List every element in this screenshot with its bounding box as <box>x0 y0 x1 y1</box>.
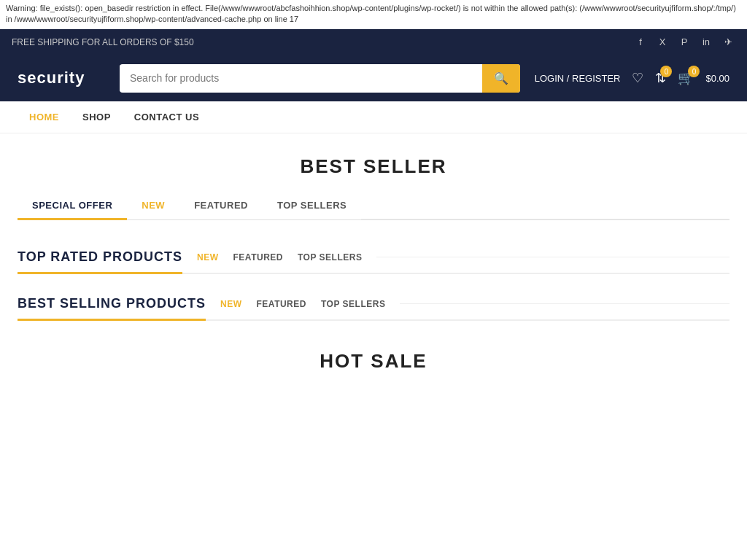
cart-total: $0.00 <box>705 73 729 84</box>
top-rated-header: TOP RATED PRODUCTS NEW FEATURED TOP SELL… <box>18 249 729 274</box>
telegram-icon[interactable]: ✈ <box>721 35 735 50</box>
best-selling-header: BEST SELLING PRODUCTS NEW FEATURED TOP S… <box>18 296 729 321</box>
best-seller-title: BEST SELLER <box>18 155 729 178</box>
wishlist-icon[interactable]: ♡ <box>632 70 643 86</box>
linkedin-icon[interactable]: in <box>699 35 713 50</box>
top-rated-tab-featured[interactable]: FEATURED <box>233 249 283 265</box>
top-rated-divider <box>376 257 729 257</box>
twitter-icon[interactable]: X <box>655 35 670 50</box>
search-button[interactable]: 🔍 <box>482 64 520 93</box>
tab-new[interactable]: NEW <box>127 192 179 220</box>
best-selling-tab-featured[interactable]: FEATURED <box>257 296 306 312</box>
main-content: BEST SELLER SPECIAL OFFER NEW FEATURED T… <box>0 133 747 416</box>
best-selling-tab-new[interactable]: NEW <box>220 296 242 312</box>
login-register-link[interactable]: LOGIN / REGISTER <box>535 73 621 84</box>
main-nav: HOME SHOP CONTACT US <box>0 101 747 133</box>
best-seller-tab-bar: SPECIAL OFFER NEW FEATURED TOP SELLERS <box>18 192 729 220</box>
logo: security <box>18 69 105 88</box>
best-selling-tab-top-sellers[interactable]: TOP SELLERS <box>321 296 385 312</box>
top-rated-section: TOP RATED PRODUCTS NEW FEATURED TOP SELL… <box>18 249 729 274</box>
top-rated-tab-new[interactable]: NEW <box>197 249 219 265</box>
error-message: Warning: file_exists(): open_basedir res… <box>6 4 736 23</box>
hot-sale-title: HOT SALE <box>18 350 729 373</box>
top-rated-title: TOP RATED PRODUCTS <box>18 249 182 274</box>
best-selling-divider <box>400 303 729 304</box>
error-bar: Warning: file_exists(): open_basedir res… <box>0 0 747 29</box>
header-actions: LOGIN / REGISTER ♡ ⇅ 0 🛒 0 $0.00 <box>535 70 729 86</box>
header: security 🔍 LOGIN / REGISTER ♡ ⇅ 0 🛒 0 $0… <box>0 55 747 101</box>
tab-featured[interactable]: FEATURED <box>179 192 263 220</box>
hot-sale-section: HOT SALE <box>18 350 729 373</box>
top-info-bar: FREE SHIPPING FOR ALL ORDERS OF $150 f X… <box>0 29 747 55</box>
tab-top-sellers[interactable]: TOP SELLERS <box>263 192 361 220</box>
cart-icon[interactable]: 🛒 0 <box>678 70 694 86</box>
search-input[interactable] <box>120 65 482 91</box>
social-icons: f X P in ✈ <box>633 35 735 50</box>
tab-divider <box>361 219 729 219</box>
compare-badge: 0 <box>660 66 672 77</box>
pinterest-icon[interactable]: P <box>677 35 692 50</box>
best-selling-title: BEST SELLING PRODUCTS <box>18 296 206 321</box>
nav-contact[interactable]: CONTACT US <box>123 101 211 133</box>
nav-shop[interactable]: SHOP <box>71 101 123 133</box>
tab-special-offer[interactable]: SPECIAL OFFER <box>18 192 127 220</box>
best-selling-section: BEST SELLING PRODUCTS NEW FEATURED TOP S… <box>18 296 729 321</box>
compare-icon[interactable]: ⇅ 0 <box>655 70 666 86</box>
top-rated-tab-top-sellers[interactable]: TOP SELLERS <box>298 249 362 265</box>
best-seller-section: BEST SELLER SPECIAL OFFER NEW FEATURED T… <box>18 155 729 220</box>
shipping-notice: FREE SHIPPING FOR ALL ORDERS OF $150 <box>12 37 194 47</box>
cart-badge: 0 <box>688 66 700 77</box>
facebook-icon[interactable]: f <box>633 35 648 50</box>
nav-home[interactable]: HOME <box>18 101 71 133</box>
search-bar: 🔍 <box>120 64 520 93</box>
